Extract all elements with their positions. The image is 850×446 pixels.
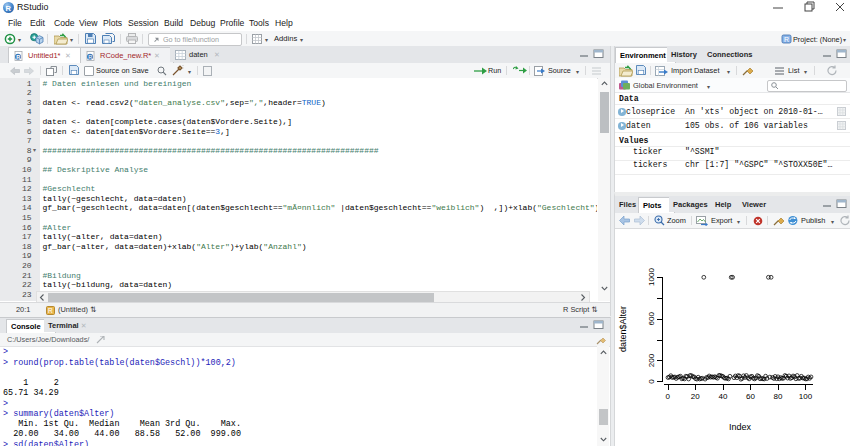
svg-text:0: 0 [647, 379, 656, 384]
svg-text:20: 20 [691, 392, 700, 401]
svg-text:R: R [88, 54, 92, 60]
svg-text:R: R [16, 54, 20, 60]
svg-text:R: R [784, 36, 789, 43]
svg-text:600: 600 [647, 312, 656, 326]
svg-text:R: R [48, 307, 53, 314]
svg-text:daten$Alter: daten$Alter [618, 306, 628, 352]
svg-text:80: 80 [774, 392, 783, 401]
svg-text:0: 0 [666, 392, 671, 401]
svg-text:60: 60 [746, 392, 755, 401]
svg-text:1000: 1000 [647, 268, 656, 286]
svg-text:200: 200 [647, 353, 656, 367]
svg-text:40: 40 [718, 392, 727, 401]
svg-text:Index: Index [729, 422, 752, 432]
svg-text:100: 100 [799, 392, 813, 401]
